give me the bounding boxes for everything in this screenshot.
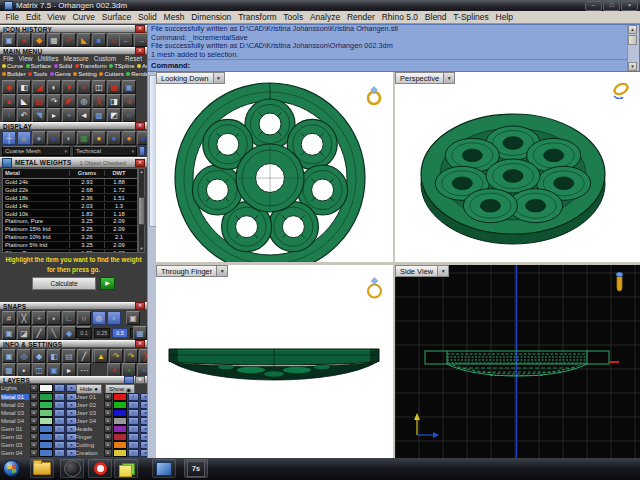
layer-row-user-04[interactable]: User 04▸▪● — [75, 417, 146, 425]
sphere-icon[interactable]: ● — [17, 33, 31, 47]
layer-expand-icon[interactable]: ▸ — [104, 433, 112, 441]
layer-lock-button[interactable]: ▪ — [54, 417, 65, 425]
tool-icon[interactable]: ▪ — [77, 80, 91, 94]
layer-color-swatch[interactable] — [39, 393, 53, 401]
tab-setting[interactable]: Setting — [73, 71, 97, 77]
tool-icon[interactable]: ↶ — [17, 108, 31, 122]
tool-icon[interactable]: ◐ — [47, 80, 61, 94]
snap-mid-icon[interactable]: ▪ — [47, 311, 61, 325]
media-taskbar-button[interactable] — [152, 459, 176, 478]
table-row[interactable]: Platinum 15% Irid3.252.09 — [3, 226, 137, 234]
table-row[interactable]: Gold 10k1.831.18 — [3, 210, 137, 218]
measure-icon[interactable]: ◆ — [32, 349, 46, 363]
window-control-button[interactable]: – — [585, 1, 602, 11]
snap-step-0.5[interactable]: 0.5 — [112, 328, 128, 338]
chevron-down-icon[interactable]: ▼ — [444, 72, 455, 84]
main-menu-item[interactable]: File — [3, 55, 18, 62]
close-icon[interactable]: ✕ — [135, 340, 145, 348]
shaded-view-icon[interactable]: ● — [32, 131, 46, 145]
close-icon[interactable]: ✕ — [135, 302, 145, 310]
tool-icon[interactable]: ⊕ — [122, 94, 136, 108]
layer-lock-button[interactable]: ▪ — [54, 449, 65, 457]
pen2-icon[interactable]: ╱ — [77, 349, 91, 363]
tab-tools[interactable]: Tools — [28, 71, 47, 77]
tool-icon[interactable]: + — [62, 108, 76, 122]
layer-row-metal-04[interactable]: Metal 04▸▪● — [1, 417, 73, 425]
layer-visibility-button[interactable]: ● — [140, 409, 147, 417]
axis-blue-icon[interactable]: + — [137, 363, 147, 377]
material-orange-icon[interactable]: ● — [122, 131, 136, 145]
layer-row-cutting[interactable]: Cutting▸▪● — [75, 441, 146, 449]
axis-green-icon[interactable]: + — [122, 363, 136, 377]
command-prompt[interactable]: Command: — [148, 59, 630, 71]
calculate-dropdown[interactable]: Calculate — [32, 277, 96, 290]
layer-lock-button[interactable]: ▪ — [128, 393, 139, 401]
tab-gems[interactable]: Gems — [50, 71, 71, 77]
save-icon[interactable]: ▣ — [2, 33, 16, 47]
tool-icon[interactable]: ▸ — [47, 108, 61, 122]
snap-step-0.25[interactable]: 0.25 — [94, 328, 110, 338]
tool-icon[interactable]: ◎ — [77, 94, 91, 108]
main-menu-item[interactable]: Custom — [94, 55, 121, 62]
chevron-down-icon[interactable]: ▼ — [217, 265, 228, 277]
viewport-tab-through-finger[interactable]: Through Finger ▼ — [156, 265, 228, 277]
metal-weights-scrollbar[interactable]: ▲ ▼ — [138, 168, 145, 253]
layer-row-gem-01[interactable]: Gem 01▸▪● — [1, 425, 73, 433]
layer-row-finger[interactable]: Finger▸▪● — [75, 433, 146, 441]
command-history-panel[interactable]: File successfully written as D:\CAD\Kris… — [147, 24, 640, 72]
layer-color-swatch[interactable] — [39, 441, 53, 449]
scroll-down-icon[interactable]: ▼ — [140, 246, 144, 252]
tool-icon[interactable]: ▣ — [122, 80, 136, 94]
close-icon[interactable]: ✕ — [135, 159, 145, 167]
menu-item[interactable]: Rhino 5.0 — [378, 12, 421, 22]
layer-lock-button[interactable]: ▪ — [128, 425, 139, 433]
menu-item[interactable]: View — [44, 12, 69, 22]
arrow-icon[interactable]: ▸ — [62, 363, 76, 377]
grid-toggle-icon[interactable]: ┼ — [2, 131, 16, 145]
snap-quad-icon[interactable]: ▫ — [107, 311, 121, 325]
go-button[interactable]: ▶ — [100, 277, 115, 290]
tab-surface[interactable]: Surface — [26, 63, 52, 69]
close-icon[interactable]: ✕ — [135, 25, 145, 33]
layer-lock-button[interactable]: ▪ — [128, 449, 139, 457]
reset-button[interactable]: Reset — [125, 55, 144, 62]
render-view-icon[interactable]: ▦ — [77, 131, 91, 145]
chevron-down-icon[interactable]: ▼ — [214, 72, 225, 84]
layer-color-swatch[interactable] — [113, 433, 127, 441]
sheet-icon[interactable]: ▤ — [62, 349, 76, 363]
viewport-through-finger[interactable]: Through Finger ▼ — [156, 265, 393, 458]
menu-item[interactable]: File — [2, 12, 22, 22]
tool-icon[interactable]: ◫ — [92, 80, 106, 94]
layer-row-user-03[interactable]: User 03▸▪● — [75, 409, 146, 417]
scroll-up-icon[interactable]: ▲ — [628, 25, 637, 34]
history-back-icon[interactable]: ← — [119, 33, 133, 47]
redo-gold2-icon[interactable]: ↷ — [124, 349, 138, 363]
layer-color-swatch[interactable] — [113, 409, 127, 417]
viewport-tab-perspective[interactable]: Perspective ▼ — [395, 72, 455, 84]
tool-icon[interactable]: ◨ — [107, 94, 121, 108]
record-history-icon[interactable]: ◪ — [17, 326, 31, 340]
undo-icon[interactable]: ↶ — [62, 33, 76, 47]
lights-layer-row[interactable]: Lights ▸ ▪ ● — [1, 384, 73, 392]
box-icon[interactable]: ◧ — [47, 349, 61, 363]
tool-icon[interactable]: ▤ — [32, 94, 46, 108]
tab-transform[interactable]: Transform — [75, 63, 107, 69]
table-row[interactable]: Gold 24k2.931.88 — [3, 179, 137, 187]
menu-item[interactable]: Tools — [280, 12, 307, 22]
minus-icon[interactable]: ▪ — [17, 363, 31, 377]
layers-minimize-icon[interactable] — [124, 376, 134, 384]
model-perspective-view[interactable] — [395, 72, 640, 262]
axis-red-icon[interactable]: + — [107, 363, 121, 377]
layer-lock-button[interactable]: ▪ — [128, 417, 139, 425]
layer-expand-icon[interactable]: ▸ — [104, 417, 112, 425]
tool-icon[interactable]: ◣ — [17, 94, 31, 108]
start-button[interactable] — [3, 460, 20, 477]
layer-expand-icon[interactable]: ▸ — [104, 401, 112, 409]
menu-item[interactable]: Blend — [421, 12, 450, 22]
tool-icon[interactable]: ◥ — [32, 108, 46, 122]
menu-item[interactable]: Dimension — [188, 12, 235, 22]
layer-lock-button[interactable]: ▪ — [54, 393, 65, 401]
main-menu-item[interactable]: Utilities — [37, 55, 63, 62]
close-icon[interactable]: ✕ — [135, 47, 145, 55]
table-row[interactable]: Gold 14k2.031.3 — [3, 202, 137, 210]
